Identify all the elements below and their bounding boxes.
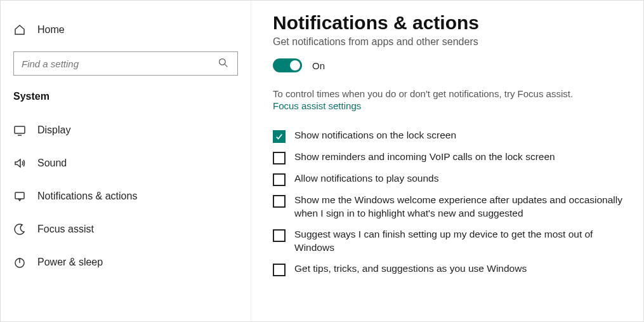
checkbox-label: Show reminders and incoming VoIP calls o… [294, 151, 555, 164]
toggle-row: On [273, 55, 627, 76]
sidebar-item-label: Display [37, 124, 70, 136]
svg-line-1 [225, 64, 227, 67]
checkbox-row-sounds: Allow notifications to play sounds [273, 172, 627, 186]
checkbox-welcome[interactable] [273, 195, 286, 208]
search-input[interactable] [22, 58, 218, 69]
sidebar-item-home[interactable]: Home [1, 13, 251, 46]
search-icon [218, 58, 230, 69]
home-label: Home [37, 24, 65, 36]
sidebar-item-label: Sound [37, 158, 67, 169]
sidebar-item-focus-assist[interactable]: Focus assist [1, 213, 251, 246]
checkbox-row-welcome: Show me the Windows welcome experience a… [273, 194, 627, 220]
checkbox-label: Suggest ways I can finish setting up my … [294, 228, 627, 255]
svg-rect-2 [15, 126, 25, 133]
toggle-knob [290, 60, 300, 70]
page-title: Notifications & actions [273, 12, 627, 34]
checkbox-row-setup: Suggest ways I can finish setting up my … [273, 228, 627, 255]
sidebar-item-notifications[interactable]: Notifications & actions [1, 180, 251, 213]
moon-icon [13, 223, 26, 236]
checkbox-voip[interactable] [273, 152, 286, 164]
checkbox-label: Show me the Windows welcome experience a… [294, 194, 627, 220]
focus-assist-link[interactable]: Focus assist settings [273, 100, 361, 111]
sidebar: Home System Display Sound Notifications … [1, 1, 251, 321]
sidebar-item-label: Power & sleep [37, 257, 103, 268]
checkbox-label: Show notifications on the lock screen [294, 129, 456, 142]
checkbox-row-voip: Show reminders and incoming VoIP calls o… [273, 151, 627, 164]
notifications-toggle[interactable] [273, 58, 302, 72]
sidebar-item-power-sleep[interactable]: Power & sleep [1, 246, 251, 279]
checkbox-label: Get tips, tricks, and suggestions as you… [294, 262, 527, 276]
sidebar-item-display[interactable]: Display [1, 114, 251, 147]
checkbox-lock-screen[interactable] [273, 130, 286, 143]
notifications-icon [13, 190, 26, 203]
section-label: System [1, 87, 251, 114]
checkbox-row-lock-screen: Show notifications on the lock screen [273, 129, 627, 143]
main-panel: Notifications & actions Get notification… [251, 1, 643, 321]
checkbox-row-tips: Get tips, tricks, and suggestions as you… [273, 262, 627, 276]
checkbox-tips[interactable] [273, 264, 286, 276]
power-icon [13, 256, 26, 269]
helper-text: To control times when you do or don't ge… [273, 88, 627, 99]
checkbox-setup[interactable] [273, 229, 286, 242]
subhead: Get notifications from apps and other se… [273, 36, 627, 48]
sound-icon [13, 157, 26, 170]
sidebar-item-label: Notifications & actions [37, 191, 137, 202]
search-input-container[interactable] [13, 51, 238, 76]
checkbox-label: Allow notifications to play sounds [294, 172, 438, 185]
svg-rect-4 [15, 192, 24, 199]
checkbox-sounds[interactable] [273, 173, 286, 186]
sidebar-item-label: Focus assist [37, 224, 94, 235]
home-icon [13, 23, 26, 36]
toggle-label: On [312, 60, 325, 71]
display-icon [13, 124, 26, 137]
svg-point-0 [220, 59, 226, 65]
sidebar-item-sound[interactable]: Sound [1, 147, 251, 180]
